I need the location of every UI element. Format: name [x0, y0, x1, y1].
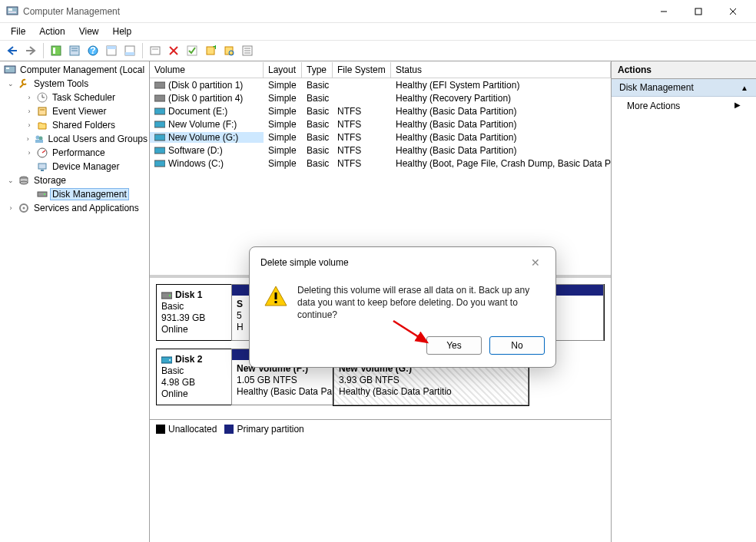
svg-rect-55 [154, 147, 165, 154]
actions-more[interactable]: More Actions ▶ [612, 97, 756, 115]
disk-info[interactable]: Disk 2 Basic 4.98 GB Online [157, 349, 232, 405]
actions-sub-label: Disk Management [619, 82, 694, 93]
tree-device-manager[interactable]: › Device Manager [0, 160, 149, 174]
volume-row[interactable]: (Disk 0 partition 4)SimpleBasicHealthy (… [150, 91, 611, 104]
tree-task-scheduler[interactable]: › Task Scheduler [0, 91, 149, 104]
view-bottom-button[interactable] [122, 43, 138, 58]
volume-name: Windows (C:) [168, 158, 224, 169]
disk-name: Disk 1 [175, 289, 202, 301]
tree-services-apps[interactable]: › Services and Applications [0, 201, 149, 215]
col-type[interactable]: Type [302, 62, 333, 78]
volume-row[interactable]: Document (E:)SimpleBasicNTFSHealthy (Bas… [150, 104, 611, 117]
delete-button[interactable] [166, 43, 181, 58]
=label: Storage [32, 175, 68, 186]
volume-layout: Simple [264, 93, 302, 104]
volume-fs: NTFS [333, 106, 391, 117]
volume-list-header[interactable]: Volume Layout Type File System Status [150, 61, 611, 78]
tree-system-tools[interactable]: ⌄ System Tools [0, 77, 149, 91]
volume-type: Basic [302, 158, 333, 169]
view-top-button[interactable] [104, 43, 119, 58]
volume-name: New Volume (F:) [168, 119, 237, 130]
tree-local-users[interactable]: › Local Users and Groups [0, 132, 149, 146]
svg-point-60 [169, 359, 171, 361]
disk-info[interactable]: Disk 1 Basic 931.39 GB Online [157, 285, 232, 340]
settings-button[interactable] [148, 43, 163, 58]
drive-icon [154, 94, 165, 103]
volume-status: Healthy (EFI System Partition) [391, 80, 611, 91]
minimize-button[interactable] [646, 0, 681, 23]
svg-rect-18 [151, 47, 160, 55]
toolbar-separator [43, 43, 44, 58]
col-status[interactable]: Status [391, 62, 611, 78]
expand-icon[interactable]: › [25, 148, 34, 157]
disk-type: Basic [161, 301, 227, 312]
performance-icon [36, 147, 48, 159]
help-button[interactable]: ? [85, 43, 101, 58]
expand-icon[interactable]: › [6, 203, 15, 213]
disk-icon [36, 188, 48, 200]
menu-file[interactable]: File [5, 25, 32, 38]
delete-volume-dialog: Delete simple volume ✕ Deleting this vol… [249, 246, 556, 368]
tree-storage[interactable]: ⌄ Storage [0, 174, 149, 187]
menu-help[interactable]: Help [107, 25, 138, 38]
col-layout[interactable]: Layout [264, 62, 302, 78]
svg-rect-54 [154, 134, 165, 140]
properties-button[interactable] [67, 43, 82, 58]
collapse-icon[interactable]: ⌄ [6, 176, 15, 185]
volume-row[interactable]: Windows (C:)SimpleBasicNTFSHealthy (Boot… [150, 157, 611, 170]
volume-row[interactable]: Software (D:)SimpleBasicNTFSHealthy (Bas… [150, 144, 611, 157]
add-button[interactable]: + [203, 43, 218, 58]
partition-size: 3.93 GB NTFS [339, 375, 523, 386]
svg-rect-31 [5, 66, 15, 73]
volume-type: Basic [302, 93, 333, 104]
show-hide-tree-button[interactable] [48, 43, 64, 58]
svg-rect-17 [125, 52, 134, 55]
dialog-no-button[interactable]: No [489, 336, 545, 355]
tree-shared-folders[interactable]: › Shared Folders [0, 118, 149, 132]
svg-rect-50 [154, 82, 165, 88]
col-volume[interactable]: Volume [150, 62, 264, 78]
collapse-icon[interactable]: ⌄ [6, 79, 15, 88]
disk-name: Disk 2 [175, 354, 202, 365]
actions-more-label: More Actions [627, 101, 680, 111]
col-filesystem[interactable]: File System [333, 62, 391, 78]
volume-row[interactable]: New Volume (G:)SimpleBasicNTFSHealthy (B… [150, 131, 611, 144]
volume-status: Healthy (Boot, Page File, Crash Dump, Ba… [391, 158, 611, 169]
dialog-yes-button[interactable]: Yes [426, 336, 482, 355]
menu-action[interactable]: Action [33, 25, 71, 38]
volume-fs: NTFS [333, 158, 391, 169]
volume-row[interactable]: New Volume (F:)SimpleBasicNTFSHealthy (B… [150, 117, 611, 131]
svg-rect-32 [6, 68, 9, 69]
list-button[interactable] [240, 43, 255, 58]
volume-row[interactable]: (Disk 0 partition 1)SimpleBasicHealthy (… [150, 78, 611, 91]
volume-type: Basic [302, 80, 333, 91]
maximize-button[interactable] [681, 0, 715, 23]
tree-label: System Tools [32, 78, 90, 89]
close-button[interactable] [715, 0, 750, 23]
check-button[interactable] [184, 43, 200, 58]
collapse-icon[interactable]: ▲ [741, 84, 748, 92]
svg-rect-38 [35, 140, 43, 143]
console-tree[interactable]: Computer Management (Local ⌄ System Tool… [0, 61, 150, 542]
dialog-close-button[interactable]: ✕ [526, 255, 545, 270]
volume-type: Basic [302, 106, 333, 117]
menu-view[interactable]: View [73, 25, 105, 38]
expand-icon[interactable]: › [25, 121, 34, 130]
forward-button[interactable] [23, 43, 38, 58]
volume-layout: Simple [264, 119, 302, 130]
tree-root[interactable]: Computer Management (Local [0, 63, 149, 77]
tree-performance[interactable]: › Performance [0, 146, 149, 160]
tree-disk-management[interactable]: › Disk Management [0, 187, 149, 201]
back-button[interactable] [5, 43, 20, 58]
expand-icon[interactable]: › [25, 93, 34, 102]
tree-event-viewer[interactable]: › Event Viewer [0, 104, 149, 118]
volume-layout: Simple [264, 106, 302, 117]
volume-name: Document (E:) [168, 106, 227, 117]
computer-icon [4, 64, 16, 76]
actions-subheader[interactable]: Disk Management ▲ [612, 79, 756, 97]
drive-icon [154, 120, 165, 129]
expand-icon[interactable]: › [25, 134, 32, 144]
volume-layout: Simple [264, 80, 302, 91]
refresh-button[interactable] [221, 43, 237, 58]
expand-icon[interactable]: › [25, 107, 34, 116]
